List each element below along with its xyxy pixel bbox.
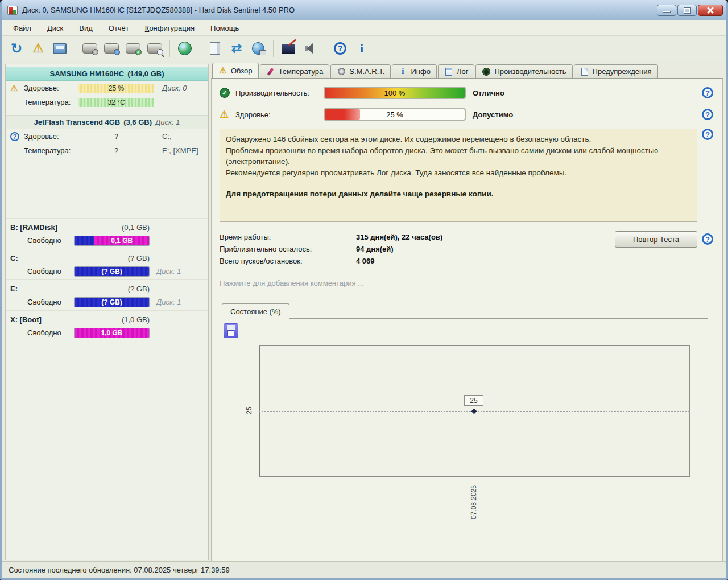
partition-disk-no: Диск: 1	[156, 267, 181, 275]
temp-bar: 32 °C	[78, 98, 154, 107]
menu-config[interactable]: Конфигурация	[138, 22, 201, 34]
toolbar-separator	[75, 40, 75, 57]
temp-unknown: ?	[78, 146, 154, 155]
panels-icon[interactable]	[206, 39, 224, 57]
health-unknown: ?	[78, 132, 154, 141]
partition-x[interactable]: X: [Boot] (1,0 GB) Свободно 1,0 GB	[6, 310, 208, 340]
warning-line: Рекомендуется регулярно просматривать Ло…	[226, 167, 691, 179]
free-space-bar: 1,0 GB	[74, 328, 150, 338]
performance-status: Отлично	[473, 89, 504, 97]
warning-icon: ⚠	[220, 109, 229, 120]
help-icon[interactable]: ?	[702, 87, 713, 98]
partition-label: E:	[10, 285, 74, 293]
tab-temperature[interactable]: Температура	[260, 64, 330, 78]
toolbar-separator	[273, 40, 274, 57]
statusbar: Состояние последнего обновления: 07.08.2…	[2, 561, 726, 578]
warning-textbox: Обнаружено 146 сбойных сектора на этом д…	[220, 129, 697, 222]
disk-analyze-icon[interactable]	[146, 39, 164, 57]
help-icon[interactable]: ?	[702, 233, 713, 245]
report-edit-icon[interactable]	[279, 39, 297, 57]
disk-0-name: SAMSUNG HM160HC	[49, 69, 124, 78]
close-icon	[698, 5, 722, 15]
partition-label: B: [RAMDisk]	[10, 223, 74, 232]
health-label: Здоровье:	[24, 132, 78, 141]
health-bar: 25 %	[78, 84, 154, 93]
sync-icon[interactable]: ⇄	[228, 39, 246, 57]
surface-warning-icon[interactable]: ⚠	[29, 39, 47, 57]
minimize-icon	[663, 11, 671, 13]
menu-disk[interactable]: Диск	[40, 22, 70, 34]
disk-temperature-icon[interactable]	[102, 39, 121, 57]
partition-size: (1,0 GB)	[74, 315, 150, 324]
help-icon[interactable]: ?	[331, 39, 349, 57]
status-text: Состояние последнего обновления: 07.08.2…	[9, 566, 230, 574]
toolbar-separator	[325, 40, 325, 57]
disk-0-header: SAMSUNG HM160HC (149,0 GB)	[6, 67, 208, 81]
tab-smart[interactable]: S.M.A.R.T.	[330, 64, 391, 78]
warning-bold-line: Для предотвращения потери данных делайте…	[226, 188, 691, 200]
disk-1-size: (3,6 GB)	[123, 118, 152, 126]
help-icon[interactable]: ?	[702, 109, 713, 120]
health-row: ⚠ Здоровье: 25 % Допустимо ?	[220, 107, 713, 122]
retest-button[interactable]: Повтор Теста	[615, 231, 697, 248]
partition-size: (? GB)	[74, 254, 150, 262]
online-globe-icon[interactable]	[176, 39, 194, 57]
disk-ok-icon[interactable]: ✓	[124, 39, 142, 57]
partition-c[interactable]: C: (? GB) Свободно (? GB) Диск: 1	[6, 249, 208, 278]
health-label: Здоровье:	[24, 84, 78, 92]
disk-detect-icon[interactable]	[81, 39, 99, 57]
menubar: Файл Диск Вид Отчёт Конфигурация Помощь	[2, 20, 726, 36]
disk-1-number: Диск: 1	[155, 118, 180, 126]
warning-line: Проблемы произошли во время набора оборо…	[226, 145, 691, 167]
tab-log[interactable]: Лог	[438, 64, 475, 78]
minimize-button[interactable]	[657, 5, 676, 16]
tab-info[interactable]: i Инфо	[392, 64, 436, 78]
performance-row: ✓ Производительность: 100 % Отлично ?	[220, 85, 713, 100]
partition-b[interactable]: B: [RAMDisk] (0,1 GB) Свободно 0,1 GB	[6, 218, 208, 248]
help-icon[interactable]: ?	[702, 129, 713, 140]
network-icon[interactable]	[249, 39, 267, 57]
warning-section: Обнаружено 146 сбойных сектора на этом д…	[220, 129, 713, 222]
maximize-icon	[684, 8, 690, 13]
performance-label: Производительность:	[235, 89, 324, 97]
menu-file[interactable]: Файл	[6, 22, 38, 34]
chart-tab-status[interactable]: Состояние (%)	[222, 303, 289, 319]
tab-overview[interactable]: ⚠ Обзор	[212, 63, 259, 78]
stat-row-startstop: Всего пусков/остановок: 4 069	[220, 255, 615, 267]
toolbar: ↻ ⚠ ✓ ⇄ ? i	[2, 36, 726, 61]
performance-meter: 100 %	[324, 87, 466, 99]
refresh-icon[interactable]: ↻	[7, 39, 26, 57]
question-icon: ?	[10, 132, 19, 141]
toolbar-separator	[200, 40, 200, 57]
menu-help[interactable]: Помощь	[204, 22, 246, 34]
overview-warning-icon: ⚠	[218, 66, 228, 75]
sidebar-disk-0[interactable]: SAMSUNG HM160HC (149,0 GB) ⚠ Здоровье: 2…	[6, 67, 208, 109]
ok-check-icon: ✓	[220, 88, 230, 98]
window-title: Диск: 0, SAMSUNG HM160HC [S12TJDQZ580388…	[22, 6, 295, 14]
partition-e[interactable]: E: (? GB) Свободно (? GB) Диск: 1	[6, 279, 208, 309]
sound-alert-icon[interactable]	[301, 39, 319, 57]
disk-sidebar: SAMSUNG HM160HC (149,0 GB) ⚠ Здоровье: 2…	[5, 64, 209, 560]
tab-strip: ⚠ Обзор Температура S.M.A.R.T. i Инфо	[211, 63, 723, 78]
screen: Диск: 0, SAMSUNG HM160HC [S12TJDQZ580388…	[0, 0, 728, 580]
health-status: Допустимо	[473, 110, 513, 119]
main-area: ⚠ Обзор Температура S.M.A.R.T. i Инфо	[211, 63, 723, 561]
menu-view[interactable]: Вид	[72, 22, 100, 34]
info-icon[interactable]: i	[353, 39, 371, 57]
report-monitor-icon[interactable]	[51, 39, 69, 57]
temp-label: Температура:	[24, 146, 78, 155]
sidebar-disk-1[interactable]: JetFlash Transcend 4GB (3,6 GB) Диск: 1 …	[6, 115, 208, 158]
app-window: Диск: 0, SAMSUNG HM160HC [S12TJDQZ580388…	[0, 0, 728, 580]
status-chart: Состояние (%) 25 25 07.08.2025	[220, 301, 714, 556]
save-chart-icon[interactable]	[224, 323, 238, 338]
tab-alerts[interactable]: Предупреждения	[574, 64, 658, 78]
close-button[interactable]	[698, 5, 723, 16]
app-logo-icon	[7, 6, 18, 15]
menu-report[interactable]: Отчёт	[102, 22, 136, 34]
free-label: Свободно	[27, 267, 74, 275]
maximize-button[interactable]	[677, 5, 697, 16]
partition-label: C:	[10, 254, 74, 262]
free-label: Свободно	[27, 236, 74, 245]
comment-hint[interactable]: Нажмите для добавления комментария ...	[220, 279, 713, 287]
tab-performance[interactable]: Производительность	[475, 64, 572, 78]
